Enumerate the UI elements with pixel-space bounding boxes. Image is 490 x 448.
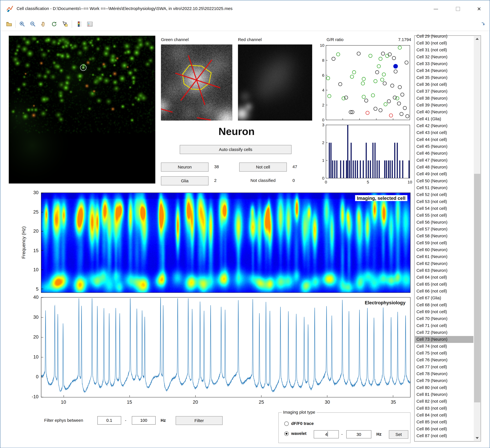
list-item[interactable]: Cell 38 (Neuron): [415, 95, 473, 102]
wavelet-radio-label[interactable]: wavelet: [291, 431, 306, 436]
scroll-down-button[interactable]: [474, 435, 481, 441]
list-item[interactable]: Cell 74 (not cell): [415, 343, 473, 350]
close-button[interactable]: ✕: [472, 3, 486, 15]
zoom-in-button[interactable]: [18, 20, 27, 28]
list-item[interactable]: Cell 75 (not cell): [415, 350, 473, 357]
list-item[interactable]: Cell 84 (not cell): [415, 412, 473, 419]
axis-tick-label: 15: [25, 248, 38, 253]
list-item[interactable]: Cell 78 (Neuron): [415, 370, 473, 377]
list-item[interactable]: Cell 30 (not cell): [415, 40, 473, 47]
list-item[interactable]: Cell 31 (not cell): [415, 47, 473, 53]
pan-button[interactable]: [39, 20, 48, 28]
list-item[interactable]: Cell 45 (Neuron): [415, 143, 473, 150]
list-item[interactable]: Cell 48 (Neuron): [415, 164, 473, 171]
wavelet-high-input[interactable]: [346, 430, 371, 439]
list-item[interactable]: Cell 56 (Neuron): [415, 219, 473, 226]
auto-classify-button[interactable]: Auto classify cells: [180, 145, 291, 154]
list-item[interactable]: Cell 85 (not cell): [415, 419, 473, 425]
axis-tick-label: 0: [25, 374, 39, 379]
glia-button[interactable]: Glia: [161, 176, 209, 185]
list-item[interactable]: Cell 79 (Neuron): [415, 377, 473, 384]
list-item[interactable]: Cell 68 (not cell): [415, 302, 473, 308]
list-item[interactable]: Cell 34 (Neuron): [415, 67, 473, 74]
list-item[interactable]: Cell 82 (not cell): [415, 398, 473, 405]
list-item[interactable]: Cell 36 (not cell): [415, 81, 473, 88]
colorbar-button[interactable]: [75, 20, 84, 28]
dff0-radio[interactable]: [284, 422, 289, 426]
list-item[interactable]: Cell 72 (Neuron): [415, 329, 473, 336]
list-item[interactable]: Cell 41 (Glia): [415, 116, 473, 123]
list-item[interactable]: Cell 55 (not cell): [415, 212, 473, 219]
axis-tick-label: -10: [25, 394, 39, 399]
svg-text:0: 0: [322, 118, 324, 122]
zoom-out-button[interactable]: [28, 20, 37, 28]
axis-tick-label: 5: [25, 286, 38, 291]
list-item[interactable]: Cell 32 (Neuron): [415, 53, 473, 61]
list-item[interactable]: Cell 35 (Neuron): [415, 74, 473, 81]
list-item[interactable]: Cell 37 (Neuron): [415, 88, 473, 95]
axis-tick-label: 35: [387, 399, 400, 404]
list-item[interactable]: Cell 86 (not cell): [415, 426, 473, 432]
list-item[interactable]: Cell 61 (Neuron): [415, 253, 473, 260]
list-item[interactable]: Cell 44 (not cell): [415, 136, 473, 143]
scrollbar-thumb[interactable]: [474, 174, 480, 402]
cell-list-scrollbar[interactable]: [474, 36, 481, 441]
list-item[interactable]: Cell 62 (Neuron): [415, 260, 473, 267]
data-cursor-button[interactable]: [61, 20, 69, 28]
list-item[interactable]: Cell 40 (Neuron): [415, 109, 473, 115]
list-item[interactable]: Cell 71 (not cell): [415, 322, 473, 329]
list-item[interactable]: Cell 43 (not cell): [415, 129, 473, 136]
list-item[interactable]: Cell 59 (not cell): [415, 240, 473, 246]
not-cell-button[interactable]: Not cell: [239, 162, 287, 172]
wavelet-low-input[interactable]: [314, 430, 339, 439]
minimize-button[interactable]: —: [429, 3, 443, 15]
fluorescence-image[interactable]: [9, 36, 155, 184]
list-item[interactable]: Cell 69 (not cell): [415, 308, 473, 315]
rotate-3d-icon: [51, 21, 57, 27]
dff0-radio-label[interactable]: dF/F0 trace: [291, 421, 314, 426]
list-item[interactable]: Cell 65 (not cell): [415, 281, 473, 288]
list-item[interactable]: Cell 76 (Neuron): [415, 357, 473, 363]
list-item[interactable]: Cell 87 (not cell): [415, 432, 473, 439]
list-item[interactable]: Cell 39 (Neuron): [415, 102, 473, 109]
list-item[interactable]: Cell 51 (Neuron): [415, 184, 473, 191]
filter-low-input[interactable]: [97, 416, 121, 425]
list-item[interactable]: Cell 67 (Glia): [415, 295, 473, 301]
cell-list[interactable]: Cell 29 (Neuron)Cell 30 (not cell)Cell 3…: [414, 35, 481, 441]
list-item[interactable]: Cell 63 (Neuron): [415, 267, 473, 274]
list-item[interactable]: Cell 47 (Neuron): [415, 157, 473, 164]
list-item[interactable]: Cell 81 (Neuron): [415, 391, 473, 398]
neuron-button[interactable]: Neuron: [161, 162, 209, 172]
set-button[interactable]: Set: [389, 430, 408, 439]
list-item[interactable]: Cell 54 (not cell): [415, 205, 473, 212]
list-item[interactable]: Cell 64 (not cell): [415, 274, 473, 281]
not-classified-count: 0: [292, 178, 295, 183]
list-item[interactable]: Cell 29 (Neuron): [415, 33, 473, 40]
list-item[interactable]: Cell 77 (not cell): [415, 364, 473, 370]
insert-legend-button[interactable]: [86, 20, 94, 28]
list-item[interactable]: Cell 53 (not cell): [415, 198, 473, 205]
list-item[interactable]: Cell 60 (Neuron): [415, 246, 473, 253]
open-file-button[interactable]: [5, 20, 14, 28]
list-item[interactable]: Cell 58 (Neuron): [415, 233, 473, 239]
list-item[interactable]: Cell 66 (not cell): [415, 288, 473, 295]
wavelet-radio[interactable]: [284, 431, 289, 436]
filter-high-input[interactable]: [132, 416, 156, 425]
list-item[interactable]: Cell 80 (not cell): [415, 384, 473, 391]
list-item[interactable]: Cell 70 (Neuron): [415, 315, 473, 322]
dock-figure-button[interactable]: [479, 20, 488, 28]
list-item[interactable]: Cell 46 (Neuron): [415, 150, 473, 157]
list-item[interactable]: Cell 49 (not cell): [415, 171, 473, 177]
scroll-up-icon: [476, 38, 479, 40]
filter-button[interactable]: Filter: [175, 416, 223, 425]
list-item[interactable]: Cell 42 (Neuron): [415, 123, 473, 129]
rotate-3d-button[interactable]: [50, 20, 59, 28]
list-item[interactable]: Cell 50 (Neuron): [415, 178, 473, 184]
list-item[interactable]: Cell 57 (Neuron): [415, 226, 473, 233]
maximize-button[interactable]: [451, 3, 465, 15]
scroll-up-button[interactable]: [474, 36, 481, 42]
list-item[interactable]: Cell 73 (Neuron): [415, 336, 473, 343]
list-item[interactable]: Cell 83 (not cell): [415, 405, 473, 412]
list-item[interactable]: Cell 52 (not cell): [415, 191, 473, 198]
list-item[interactable]: Cell 33 (Neuron): [415, 61, 473, 67]
